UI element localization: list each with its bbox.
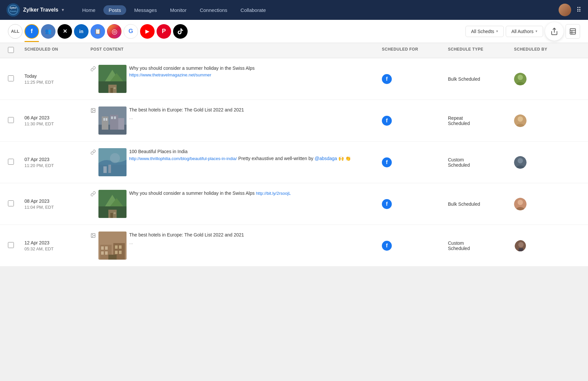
svg-rect-37 — [108, 165, 111, 173]
row3-schedule-type: CustomScheduled — [448, 157, 514, 168]
social-filter-linkedin[interactable]: in — [74, 24, 89, 39]
row5-content: The best hotels in Europe: The Gold List… — [91, 232, 382, 260]
row2-text: The best hotels in Europe: The Gold List… — [129, 106, 244, 120]
link-icon — [91, 191, 96, 198]
social-filter-gmb[interactable]: 📋 — [91, 24, 105, 39]
row4-thumbnail — [98, 190, 127, 218]
nav-messages[interactable]: Messages — [129, 5, 162, 15]
select-all-checkbox[interactable] — [8, 47, 14, 53]
filter-all-button[interactable]: ALL — [8, 24, 22, 39]
social-filter-google[interactable]: G — [124, 24, 138, 39]
row3-date: 07 Apr 2023 11:20 PM, EDT — [24, 157, 91, 168]
table-header: SCHEDULED ON POST CONTENT SCHEDULED FOR … — [0, 43, 588, 58]
social-filter-youtube[interactable]: ▶ — [140, 24, 155, 39]
row5-schedule-type: CustomScheduled — [448, 240, 514, 251]
row3-avatar — [514, 156, 527, 169]
row3-author — [514, 156, 580, 169]
col-scheduled-for: SCHEDULED FOR — [382, 47, 448, 54]
authors-chevron: ▾ — [535, 29, 537, 33]
grid-icon[interactable]: ⠿ — [576, 6, 581, 14]
svg-rect-61 — [119, 245, 122, 249]
row5-thumbnail — [98, 232, 127, 260]
row2-thumbnail — [98, 106, 127, 135]
table-row: Today 11:25 PM, EDT Why you should co — [0, 58, 588, 100]
social-filter-pinterest[interactable]: P — [157, 24, 171, 39]
main-nav: Home Posts Messages Monitor Connections … — [77, 5, 555, 15]
export-icon — [550, 27, 558, 35]
nav-right: ⠿ — [559, 4, 581, 16]
col-checkbox — [8, 47, 24, 54]
row3-thumbnail — [98, 148, 127, 176]
row4-link[interactable]: http://bit.ly/2rsoojL — [256, 191, 291, 196]
row2-content: The best hotels in Europe: The Gold List… — [91, 106, 382, 135]
row4-checkbox[interactable] — [8, 200, 24, 208]
row5-author — [514, 239, 580, 252]
nav-collaborate[interactable]: Collaborate — [235, 5, 271, 15]
svg-rect-14 — [110, 88, 113, 93]
row4-text: Why you should consider a summer holiday… — [129, 190, 291, 197]
social-filter-twitter[interactable]: ✕ — [57, 24, 72, 39]
facebook-platform-icon: f — [382, 157, 392, 167]
facebook-platform-icon: f — [382, 74, 392, 84]
nav-monitor[interactable]: Monitor — [165, 5, 192, 15]
row1-text: Why you should consider a summer holiday… — [129, 65, 255, 78]
col-schedule-type: SCHEDULE TYPE — [448, 47, 514, 54]
row3-content: 100 Beautiful Places in India http://www… — [91, 148, 382, 176]
row1-thumbnail — [98, 65, 127, 93]
nav-posts[interactable]: Posts — [103, 5, 127, 15]
filter-icon — [569, 28, 576, 35]
svg-rect-24 — [103, 118, 105, 121]
link-icon — [91, 149, 96, 156]
row1-checkbox[interactable] — [8, 75, 24, 83]
row2-author — [514, 114, 580, 127]
row1-date: Today 11:25 PM, EDT — [24, 73, 91, 85]
row3-link[interactable]: http://www.thrillophilia.com/blog/beauti… — [129, 156, 237, 161]
row1-avatar — [514, 73, 527, 85]
filter-icon-button[interactable] — [566, 24, 580, 39]
social-filter-groups[interactable]: 👥 — [41, 24, 55, 39]
authors-dropdown[interactable]: All Authors ▾ — [506, 26, 543, 37]
row4-author — [514, 198, 580, 210]
svg-rect-15 — [114, 87, 116, 89]
social-filter-facebook[interactable]: f — [24, 24, 39, 39]
svg-rect-60 — [115, 245, 118, 249]
row5-checkbox[interactable] — [8, 242, 24, 249]
table-row: 12 Apr 2023 05:32 AM, EDT — [0, 225, 588, 267]
svg-point-52 — [92, 234, 93, 235]
social-filter-tiktok[interactable] — [173, 24, 188, 39]
row4-content: Why you should consider a summer holiday… — [91, 190, 382, 218]
col-post-content: POST CONTENT — [91, 47, 382, 54]
social-filter-instagram[interactable]: ◎ — [107, 24, 122, 39]
svg-point-35 — [110, 153, 120, 163]
table-row: 06 Apr 2023 11:30 PM, EDT — [0, 100, 588, 142]
svg-rect-36 — [103, 166, 107, 173]
export-button[interactable] — [545, 22, 564, 41]
svg-rect-64 — [108, 255, 117, 260]
svg-rect-27 — [111, 116, 113, 119]
svg-rect-68 — [519, 248, 523, 252]
nav-home[interactable]: Home — [77, 5, 101, 15]
svg-text:Travels: Travels — [10, 10, 17, 12]
image-icon — [91, 108, 96, 114]
image-icon — [91, 233, 96, 239]
svg-rect-56 — [101, 246, 104, 250]
brand[interactable]: Zylker Travels Zylker Travels ▾ — [7, 3, 64, 17]
row2-platform: f — [382, 116, 448, 126]
svg-rect-28 — [114, 116, 116, 119]
svg-point-31 — [518, 116, 523, 122]
brand-logo: Zylker Travels — [7, 3, 20, 17]
nav-connections[interactable]: Connections — [195, 5, 233, 15]
schedules-dropdown[interactable]: All Schedts ▾ — [465, 26, 504, 37]
svg-rect-57 — [105, 246, 108, 250]
col-scheduled-on: SCHEDULED ON — [24, 47, 91, 54]
svg-rect-29 — [118, 118, 124, 130]
row3-checkbox[interactable] — [8, 159, 24, 166]
row5-platform: f — [382, 241, 448, 251]
top-navigation: Zylker Travels Zylker Travels ▾ Home Pos… — [0, 0, 588, 20]
svg-point-39 — [518, 158, 523, 163]
row1-link[interactable]: https://www.thetravelmagazine.net/summer — [129, 72, 211, 77]
svg-rect-63 — [119, 251, 122, 254]
row5-date: 12 Apr 2023 05:32 AM, EDT — [24, 240, 91, 251]
user-avatar[interactable] — [559, 4, 571, 16]
row2-checkbox[interactable] — [8, 117, 24, 124]
